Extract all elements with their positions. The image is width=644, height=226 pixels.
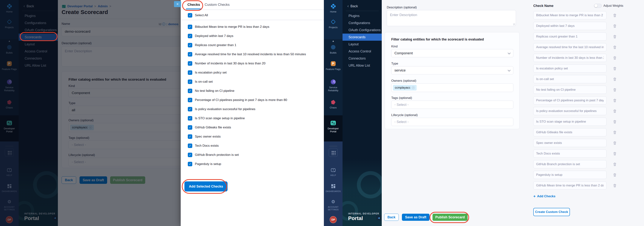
sidebar-item-dashboards[interactable]: DASHBOARDS	[324, 183, 342, 193]
trash-icon[interactable]	[613, 131, 616, 134]
check-name-input[interactable]: Replicas count greater than 1	[533, 32, 606, 41]
trash-icon[interactable]	[613, 14, 616, 17]
sidebar-item-account-settings[interactable]: ⚙ACCOUNT SETTINGS	[324, 199, 342, 211]
add-checks-link[interactable]: + Add Checks	[533, 194, 623, 198]
check-option[interactable]: Is policy evaluation successful for pipe…	[188, 107, 318, 112]
save-as-draft-button[interactable]: Save as Draft	[402, 214, 430, 221]
description-input[interactable]: Enter Description	[387, 10, 516, 26]
lifecycle-select[interactable]: - Select -	[391, 118, 513, 126]
tab-checks[interactable]: Checks	[188, 2, 200, 7]
trash-icon[interactable]	[613, 141, 616, 145]
checkbox-checked-icon[interactable]	[188, 25, 192, 29]
menu-item[interactable]: URL Allow List	[342, 62, 382, 69]
check-name-input[interactable]: GitHub Branch protection is set	[533, 160, 606, 168]
checkbox-checked-icon[interactable]	[188, 98, 192, 102]
check-name-input[interactable]: GitHub Mean time to merge PR is less tha…	[533, 182, 606, 190]
check-name-input[interactable]: Spec owner exists	[533, 139, 606, 147]
trash-icon[interactable]	[613, 24, 616, 28]
checkbox-checked-icon[interactable]	[188, 34, 192, 38]
trash-icon[interactable]	[613, 120, 616, 124]
scroll-up-icon[interactable]: ▲	[324, 40, 342, 42]
select-all-row[interactable]: Select All	[188, 13, 208, 18]
check-name-input[interactable]: Average resolved time for the last 10 re…	[533, 43, 606, 51]
checkbox-checked-icon[interactable]	[188, 70, 192, 75]
check-option[interactable]: GitHub Gitleaks file exists	[188, 125, 318, 130]
tab-custom-checks[interactable]: Custom Checks	[204, 2, 230, 7]
check-name-input[interactable]: Is on-call set	[533, 75, 606, 83]
menu-item[interactable]: Layout	[342, 41, 382, 48]
module-switcher-button[interactable]	[329, 148, 338, 157]
checkbox-checked-icon[interactable]	[188, 61, 192, 66]
menu-item[interactable]: Access Control	[342, 48, 382, 55]
checkbox-checked-icon[interactable]	[188, 43, 192, 48]
sidebar-item-home[interactable]: Home	[324, 3, 342, 13]
trash-icon[interactable]	[613, 109, 616, 113]
create-custom-check-button[interactable]: Create Custom Check	[533, 208, 570, 216]
check-option[interactable]: Is STO scan stage setup in pipeline	[188, 116, 318, 120]
check-name-input[interactable]: Is escalation policy set	[533, 64, 606, 72]
check-option[interactable]: Average resolved time for the last 10 re…	[188, 52, 318, 56]
close-icon[interactable]: ×	[174, 1, 181, 7]
sidebar-item-chaos[interactable]: Chaos	[324, 99, 342, 109]
sidebar-item-projects[interactable]: Projects	[324, 19, 342, 29]
trash-icon[interactable]	[613, 56, 616, 60]
owners-input[interactable]: ccmplayacc×	[391, 84, 513, 92]
trash-icon[interactable]	[613, 99, 616, 102]
check-option[interactable]: Replicas count greater than 1	[188, 43, 318, 48]
checkbox-checked-icon[interactable]	[188, 116, 192, 120]
adjust-weights-toggle[interactable]	[594, 4, 602, 8]
check-name-input[interactable]: Tech Docs exists	[533, 150, 606, 158]
trash-icon[interactable]	[613, 46, 616, 49]
menu-item[interactable]: Scorecards	[342, 34, 382, 41]
check-option[interactable]: Bitbucket Mean time to merge PR is less …	[188, 25, 318, 29]
trash-icon[interactable]	[613, 35, 616, 38]
check-option[interactable]: Spec owner exists	[188, 134, 318, 139]
check-name-input[interactable]: Pagerduty is setup	[533, 171, 606, 179]
sidebar-item-feature-flags[interactable]: Feature Flags	[324, 61, 342, 71]
check-name-input[interactable]: Is policy evaluation successful for pipe…	[533, 107, 606, 115]
checkbox-checked-icon[interactable]	[188, 162, 192, 166]
trash-icon[interactable]	[613, 78, 616, 81]
check-option[interactable]: Deployed within last 7 days	[188, 34, 318, 38]
check-name-input[interactable]: Is STO scan stage setup in pipeline	[533, 118, 606, 126]
checkbox-checked-icon[interactable]	[188, 125, 192, 130]
check-option[interactable]: No test failing on CI pipeline	[188, 89, 318, 93]
check-name-input[interactable]: Bitbucket Mean time to merge PR is less …	[533, 11, 606, 20]
tags-select[interactable]: - Select -	[391, 100, 513, 109]
checkbox-checked-icon[interactable]	[188, 13, 192, 18]
trash-icon[interactable]	[613, 152, 616, 156]
type-select[interactable]: service	[391, 66, 513, 74]
check-name-input[interactable]: Deployed within last 7 days	[533, 22, 606, 30]
trash-icon[interactable]	[613, 162, 616, 166]
check-option[interactable]: Percentage of CI pipelines passing in pa…	[188, 98, 318, 102]
menu-item[interactable]: Configurations	[342, 20, 382, 26]
check-name-input[interactable]: GitHub Gitleaks file exists	[533, 128, 606, 136]
checkbox-checked-icon[interactable]	[188, 52, 192, 56]
trash-icon[interactable]	[613, 184, 616, 187]
trash-icon[interactable]	[613, 173, 616, 177]
menu-item[interactable]: OAuth Configurations	[342, 26, 382, 34]
check-option[interactable]: Number of incidents in last 30 days is l…	[188, 61, 318, 66]
checkbox-checked-icon[interactable]	[188, 144, 192, 148]
checkbox-checked-icon[interactable]	[188, 153, 192, 157]
trash-icon[interactable]	[613, 88, 616, 92]
sidebar-item-service-reliability[interactable]: Service Reliability	[324, 79, 342, 92]
checkbox-checked-icon[interactable]	[188, 107, 192, 112]
check-option[interactable]: Tech Docs exists	[188, 144, 318, 148]
sidebar-item-builds[interactable]: Builds	[324, 44, 342, 54]
check-name-input[interactable]: No test failing on CI pipeline	[533, 86, 606, 94]
sidebar-item-help[interactable]: HELP	[324, 167, 342, 177]
checkbox-checked-icon[interactable]	[188, 134, 192, 139]
check-option[interactable]: Pagerduty is setup	[188, 162, 318, 166]
kind-select[interactable]: Component	[391, 49, 513, 57]
check-option[interactable]: GitHub Branch protection is set	[188, 153, 318, 157]
back-link[interactable]: ‹Back	[348, 4, 358, 8]
checkbox-checked-icon[interactable]	[188, 80, 192, 84]
check-option[interactable]: Is on-call set	[188, 80, 318, 84]
add-selected-checks-button[interactable]: Add Selected Checks	[184, 182, 228, 192]
menu-item[interactable]: Plugins	[342, 12, 382, 20]
sidebar-item-developer-portal[interactable]: Developer Portal	[324, 120, 342, 133]
check-name-input[interactable]: Percentage of CI pipelines passing in pa…	[533, 96, 606, 104]
trash-icon[interactable]	[613, 67, 616, 70]
checkbox-checked-icon[interactable]	[188, 89, 192, 93]
